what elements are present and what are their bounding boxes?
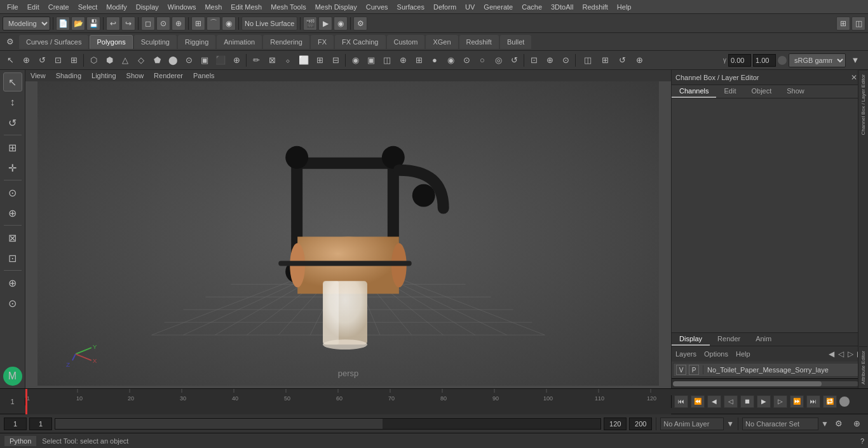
tab-rendering[interactable]: Rendering bbox=[263, 35, 309, 49]
pb-play-back[interactable]: ◁ bbox=[724, 395, 738, 408]
lt-paint[interactable]: ⊡ bbox=[3, 248, 22, 268]
layers-menu[interactable]: Layers bbox=[675, 350, 696, 358]
vp-show[interactable]: Show bbox=[124, 71, 147, 80]
tb2-shade1[interactable]: ● bbox=[427, 53, 442, 68]
tb2-snap4[interactable]: ⬜ bbox=[296, 53, 311, 68]
menu-surfaces[interactable]: Surfaces bbox=[393, 2, 429, 12]
tb2-scale[interactable]: ⊡ bbox=[50, 53, 65, 68]
end-frame-input[interactable] bbox=[604, 417, 627, 430]
tab-custom[interactable]: Custom bbox=[387, 35, 425, 49]
gamma-scale-input[interactable] bbox=[753, 54, 776, 67]
lt-sculpt[interactable]: ⊕ bbox=[3, 203, 22, 222]
tb2-mesh9[interactable]: ⬛ bbox=[213, 53, 228, 68]
tab-animation[interactable]: Animation bbox=[217, 35, 262, 49]
anim-layer-dropdown[interactable]: ▼ bbox=[726, 419, 734, 428]
vp-renderer[interactable]: Renderer bbox=[151, 71, 186, 80]
menu-modify[interactable]: Modify bbox=[102, 2, 131, 12]
menu-display[interactable]: Display bbox=[132, 2, 163, 12]
ui-toggle-btn[interactable]: ◫ bbox=[851, 17, 865, 31]
tab-rigging[interactable]: Rigging bbox=[178, 35, 215, 49]
tb2-show[interactable]: ◫ bbox=[379, 53, 395, 68]
ch-tab-edit[interactable]: Edit bbox=[716, 85, 743, 98]
tb2-mesh1[interactable]: ⬡ bbox=[86, 53, 101, 68]
tb2-mesh10[interactable]: ⊕ bbox=[229, 53, 244, 68]
gamma-options[interactable]: ▼ bbox=[848, 53, 863, 68]
menu-3dtoall[interactable]: 3DtoAll bbox=[546, 2, 578, 12]
tb2-uv[interactable]: ⊕ bbox=[542, 53, 557, 68]
tab-bullet[interactable]: Bullet bbox=[500, 35, 532, 49]
display-settings-btn[interactable]: ⚙ bbox=[353, 17, 367, 31]
vp-lighting[interactable]: Lighting bbox=[89, 71, 119, 80]
tb2-light2[interactable]: ◎ bbox=[491, 53, 506, 68]
save-scene-btn[interactable]: 💾 bbox=[86, 17, 100, 31]
tb2-mesh8[interactable]: ▣ bbox=[197, 53, 212, 68]
ch-tab-show[interactable]: Show bbox=[779, 85, 812, 98]
tb2-mesh4[interactable]: ◇ bbox=[133, 53, 149, 68]
layer-icon-next[interactable]: ▷ bbox=[846, 348, 855, 360]
menu-file[interactable]: File bbox=[3, 2, 23, 12]
tb2-refresh[interactable]: ↺ bbox=[506, 53, 522, 68]
pb-skip-start[interactable]: ⏮ bbox=[674, 395, 688, 408]
timeline-slider[interactable] bbox=[55, 418, 601, 430]
pb-settings[interactable] bbox=[839, 397, 850, 407]
menu-uv[interactable]: UV bbox=[461, 2, 479, 12]
start-frame-input[interactable] bbox=[29, 417, 52, 430]
time-ruler[interactable]: 1 10 20 30 40 50 60 70 80 90 1 bbox=[25, 389, 671, 414]
tb2-loop[interactable]: ↺ bbox=[614, 53, 630, 68]
tb2-shade2[interactable]: ◉ bbox=[443, 53, 458, 68]
help-btn[interactable]: ? bbox=[860, 437, 864, 445]
tab-redshift[interactable]: Redshift bbox=[459, 35, 499, 49]
tb2-wire[interactable]: ⊙ bbox=[459, 53, 474, 68]
lasso-btn[interactable]: ⊙ bbox=[156, 17, 170, 31]
tb2-rotate[interactable]: ↺ bbox=[34, 53, 50, 68]
ch-tab-object[interactable]: Object bbox=[743, 85, 779, 98]
pb-skip-end[interactable]: ⏭ bbox=[806, 395, 820, 408]
menu-mesh-display[interactable]: Mesh Display bbox=[311, 2, 362, 12]
pb-prev-key[interactable]: ◀ bbox=[707, 395, 721, 408]
tb2-mesh3[interactable]: △ bbox=[118, 53, 133, 68]
layer-anim-tab[interactable]: Anim bbox=[748, 333, 779, 346]
tb2-snap6[interactable]: ⊟ bbox=[328, 53, 343, 68]
tb2-transform[interactable]: ⊞ bbox=[66, 53, 81, 68]
layers-help[interactable]: Help bbox=[736, 350, 750, 358]
anim-settings-btn[interactable]: ⚙ bbox=[831, 416, 846, 431]
snap-point-btn[interactable]: ◉ bbox=[222, 17, 236, 31]
tb2-mesh2[interactable]: ⬢ bbox=[102, 53, 117, 68]
tb2-res[interactable]: ⊕ bbox=[395, 53, 410, 68]
viewport-canvas[interactable]: Y X Z persp bbox=[25, 81, 671, 386]
no-anim-layer-label[interactable]: No Anim Layer bbox=[660, 417, 724, 430]
gamma-mode[interactable] bbox=[778, 56, 787, 65]
pb-step-fwd[interactable]: ⏩ bbox=[790, 395, 804, 408]
tb2-light1[interactable]: ○ bbox=[475, 53, 490, 68]
workspace-btn[interactable]: ⊞ bbox=[836, 17, 850, 31]
menu-edit[interactable]: Edit bbox=[23, 2, 44, 12]
gamma-input[interactable] bbox=[728, 54, 751, 67]
tb2-camera[interactable]: ◉ bbox=[348, 53, 363, 68]
menu-curves[interactable]: Curves bbox=[362, 2, 393, 12]
vp-panels[interactable]: Panels bbox=[191, 71, 217, 80]
tb2-mesh6[interactable]: ⬤ bbox=[165, 53, 180, 68]
layer-icon-prev2[interactable]: ◁ bbox=[837, 348, 845, 360]
vp-view[interactable]: View bbox=[28, 71, 48, 80]
menu-create[interactable]: Create bbox=[44, 2, 74, 12]
undo-btn[interactable]: ↩ bbox=[106, 17, 120, 31]
tb2-snap3[interactable]: ⬦ bbox=[280, 53, 295, 68]
lt-maya-logo[interactable]: M bbox=[3, 367, 22, 386]
vtab-channel-box[interactable]: Channel Box / Layer Editor bbox=[859, 70, 867, 139]
tb2-sym1[interactable]: ◫ bbox=[580, 53, 595, 68]
no-character-set-label[interactable]: No Character Set bbox=[742, 417, 818, 430]
lt-transform[interactable]: ↕ bbox=[3, 93, 22, 112]
tab-fx[interactable]: FX bbox=[311, 35, 334, 49]
tb2-snap1[interactable]: ✏ bbox=[248, 53, 264, 68]
tb2-isolate[interactable]: ⊡ bbox=[526, 53, 541, 68]
tb2-sym2[interactable]: ⊞ bbox=[597, 53, 613, 68]
tb2-move[interactable]: ⊕ bbox=[18, 53, 34, 68]
tb2-extra[interactable]: ⊕ bbox=[632, 53, 647, 68]
tab-polygons[interactable]: Polygons bbox=[90, 35, 132, 49]
tb2-snap5[interactable]: ⊞ bbox=[312, 53, 327, 68]
pb-play-fwd[interactable]: ▶ bbox=[757, 395, 771, 408]
menu-deform[interactable]: Deform bbox=[429, 2, 461, 12]
lt-rotate[interactable]: ↺ bbox=[3, 113, 22, 132]
lt-soft-select[interactable]: ⊙ bbox=[3, 183, 22, 202]
vtab-attr-editor[interactable]: Attribute Editor bbox=[859, 346, 867, 388]
